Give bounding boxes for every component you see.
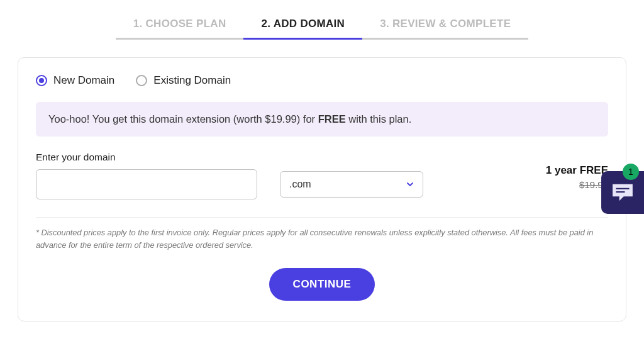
radio-new-domain-label: New Domain <box>53 74 114 87</box>
domain-input[interactable] <box>36 169 257 199</box>
progress-steps: 1. CHOOSE PLAN 2. ADD DOMAIN 3. REVIEW &… <box>0 0 644 40</box>
radio-new-domain[interactable]: New Domain <box>36 74 114 87</box>
domain-form-row: Enter your domain .com 1 year FREE $19.9… <box>36 152 608 199</box>
radio-icon <box>136 75 147 86</box>
disclaimer-text: * Discounted prices apply to the first i… <box>36 226 608 252</box>
tld-selected-value: .com <box>289 179 311 190</box>
radio-icon <box>36 75 47 86</box>
chat-widget[interactable]: 1 <box>601 171 644 214</box>
domain-type-radios: New Domain Existing Domain <box>36 74 608 87</box>
radio-existing-domain[interactable]: Existing Domain <box>136 74 231 87</box>
chat-badge: 1 <box>623 164 639 180</box>
banner-bold: FREE <box>318 113 346 125</box>
divider <box>36 217 608 218</box>
promo-banner: Yoo-hoo! You get this domain extension (… <box>36 102 608 137</box>
domain-input-label: Enter your domain <box>36 152 608 163</box>
banner-prefix: Yoo-hoo! You get this domain extension (… <box>48 113 318 125</box>
domain-card: New Domain Existing Domain Yoo-hoo! You … <box>18 57 626 321</box>
chevron-down-icon <box>406 181 414 188</box>
continue-button[interactable]: CONTINUE <box>269 268 375 301</box>
tld-select[interactable]: .com <box>280 171 423 198</box>
price-headline: 1 year FREE <box>546 164 608 177</box>
step-review-complete[interactable]: 3. REVIEW & COMPLETE <box>362 18 528 40</box>
price-column: 1 year FREE $19.99 <box>546 164 608 190</box>
step-choose-plan[interactable]: 1. CHOOSE PLAN <box>116 18 244 40</box>
step-add-domain[interactable]: 2. ADD DOMAIN <box>243 18 362 40</box>
price-strike: $19.99 <box>546 179 608 190</box>
radio-existing-domain-label: Existing Domain <box>153 74 231 87</box>
chat-icon <box>610 183 635 202</box>
banner-suffix: with this plan. <box>346 113 412 125</box>
